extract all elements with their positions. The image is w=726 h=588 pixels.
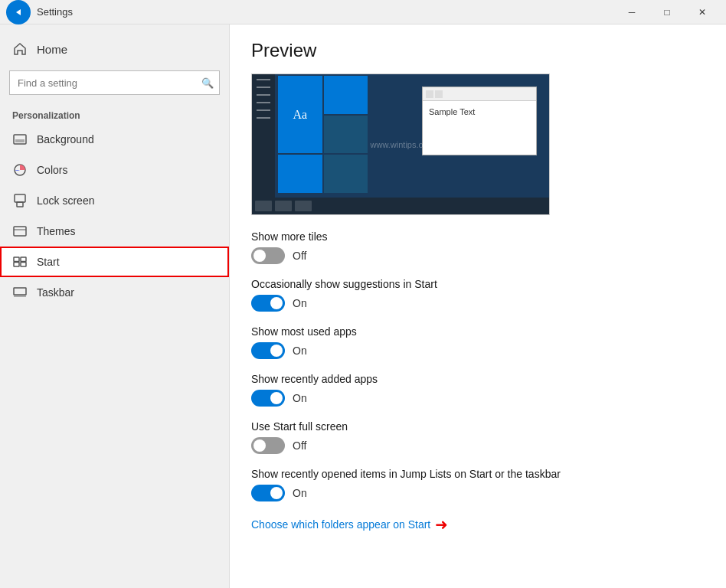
home-icon	[12, 41, 28, 57]
preview-tile-1	[324, 76, 368, 114]
sidebar-item-label: Colors	[37, 164, 67, 176]
home-label: Home	[37, 43, 67, 56]
toggle-row-0: Off	[251, 247, 705, 264]
preview-sample-content: Sample Text	[423, 101, 536, 122]
preview-tile-2	[324, 116, 368, 154]
preview-tiles: Aa	[275, 74, 371, 198]
preview-sample-titlebar	[423, 87, 536, 101]
preview-start-left	[252, 74, 275, 198]
setting-recently-added: Show recently added apps On	[251, 373, 705, 407]
sidebar-item-background[interactable]: Background	[0, 124, 229, 155]
setting-show-more-tiles: Show more tiles Off	[251, 230, 705, 264]
preview-sample-window: Sample Text	[422, 87, 537, 155]
preview-tile-3	[278, 155, 322, 193]
svg-rect-8	[21, 257, 26, 262]
arrow-indicator: ➜	[435, 515, 448, 534]
toggle-knob	[270, 297, 283, 309]
svg-rect-11	[14, 288, 26, 295]
search-input[interactable]	[9, 70, 220, 95]
svg-rect-5	[17, 202, 23, 207]
search-icon: 🔍	[201, 77, 214, 89]
toggle-row-1: On	[251, 295, 705, 312]
minimize-button[interactable]: ─	[614, 0, 649, 24]
toggle-row-5: On	[251, 485, 705, 501]
sidebar-item-label: Themes	[37, 225, 76, 237]
sidebar-item-taskbar[interactable]: Taskbar	[0, 277, 229, 308]
preview-tile-aa: Aa	[278, 76, 322, 153]
preview-image: Aa Sample Text	[251, 74, 550, 215]
titlebar: Settings ─ □ ✕	[0, 0, 726, 24]
setting-most-used: Show most used apps On	[251, 325, 705, 359]
link-row: Choose which folders appear on Start ➜	[251, 515, 705, 534]
sidebar-item-label: Taskbar	[37, 286, 74, 299]
toggle-state-0: Off	[293, 250, 306, 262]
toggle-recently-added[interactable]	[251, 390, 285, 407]
toggle-suggestions[interactable]	[251, 295, 285, 312]
sidebar-item-label: Lock screen	[37, 194, 94, 207]
themes-icon	[12, 224, 28, 239]
setting-label-3: Show recently added apps	[251, 373, 705, 385]
sidebar-item-lock-screen[interactable]: Lock screen	[0, 185, 229, 216]
toggle-state-5: On	[293, 487, 307, 499]
svg-rect-6	[14, 227, 26, 236]
setting-label-2: Show most used apps	[251, 325, 705, 338]
settings-container: Show more tiles Off Occasionally show su…	[251, 230, 705, 501]
search-box: 🔍	[9, 70, 220, 95]
sidebar-item-home[interactable]: Home	[0, 34, 229, 64]
start-icon	[12, 254, 28, 270]
svg-marker-0	[16, 9, 21, 15]
preview-start-menu: Aa	[252, 74, 371, 198]
sidebar-item-start[interactable]: Start	[0, 247, 229, 277]
toggle-show-more-tiles[interactable]	[251, 247, 285, 264]
toggle-most-used[interactable]	[251, 342, 285, 359]
toggle-full-screen[interactable]	[251, 437, 285, 454]
titlebar-title: Settings	[37, 6, 614, 18]
setting-full-screen: Use Start full screen Off	[251, 420, 705, 454]
sample-text-label: Sample Text	[429, 107, 475, 116]
svg-rect-9	[14, 263, 19, 267]
background-icon	[12, 132, 28, 147]
page-title: Preview	[251, 40, 705, 61]
choose-folders-link[interactable]: Choose which folders appear on Start	[251, 518, 430, 531]
toggle-state-2: On	[293, 345, 307, 357]
setting-jump-lists: Show recently opened items in Jump Lists…	[251, 468, 705, 501]
preview-taskbar	[252, 198, 549, 214]
toggle-knob	[270, 392, 283, 404]
toggle-row-4: Off	[251, 437, 705, 454]
app-body: Home 🔍 Personalization Background	[0, 24, 726, 588]
toggle-row-2: On	[251, 342, 705, 359]
sidebar-item-colors[interactable]: Colors	[0, 155, 229, 185]
main-content: Preview Aa	[230, 24, 726, 588]
lock-screen-icon	[12, 193, 28, 208]
toggle-state-1: On	[293, 297, 307, 309]
maximize-button[interactable]: □	[649, 0, 685, 24]
toggle-knob	[253, 250, 266, 262]
preview-tile-4	[324, 155, 368, 193]
back-button[interactable]	[6, 0, 31, 24]
toggle-state-3: On	[293, 392, 307, 404]
sidebar: Home 🔍 Personalization Background	[0, 24, 230, 588]
toggle-row-3: On	[251, 390, 705, 407]
window-controls: ─ □ ✕	[614, 0, 720, 24]
svg-rect-2	[15, 139, 25, 142]
toggle-knob	[253, 439, 266, 452]
setting-label-4: Use Start full screen	[251, 420, 705, 433]
setting-label-1: Occasionally show suggestions in Start	[251, 278, 705, 290]
setting-label-0: Show more tiles	[251, 230, 705, 243]
setting-label-5: Show recently opened items in Jump Lists…	[251, 468, 705, 480]
svg-rect-4	[15, 194, 25, 202]
svg-rect-12	[14, 296, 26, 297]
sidebar-item-label: Background	[37, 133, 94, 145]
sidebar-item-label: Start	[37, 256, 60, 268]
toggle-knob	[270, 487, 283, 499]
close-button[interactable]: ✕	[685, 0, 720, 24]
toggle-knob	[270, 345, 283, 357]
setting-suggestions: Occasionally show suggestions in Start O…	[251, 278, 705, 312]
svg-rect-7	[14, 257, 19, 262]
colors-icon	[12, 162, 28, 178]
section-label: Personalization	[0, 101, 229, 124]
sidebar-item-themes[interactable]: Themes	[0, 216, 229, 247]
svg-rect-10	[21, 263, 26, 267]
toggle-jump-lists[interactable]	[251, 485, 285, 501]
toggle-state-4: Off	[293, 439, 306, 452]
